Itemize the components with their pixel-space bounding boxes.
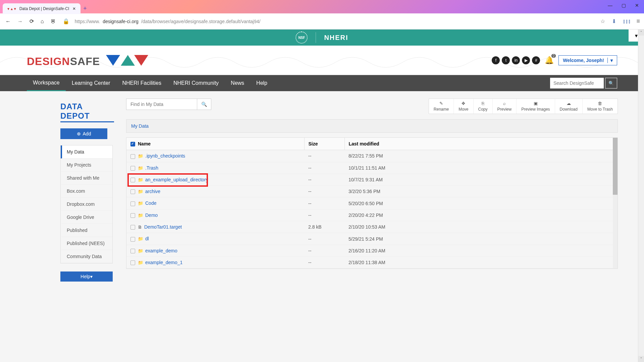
file-name-link[interactable]: archive [145,189,160,194]
help-button[interactable]: Help▾ [60,272,113,282]
plus-icon: ⊕ [77,131,81,136]
add-button[interactable]: ⊕Add [60,128,107,139]
col-name[interactable]: Name [126,138,304,150]
row-checkbox[interactable] [130,178,135,182]
chevron-down-icon: ▾ [607,58,613,63]
nav-workspace[interactable]: Workspace [27,75,66,91]
sidebar-item-published-nees[interactable]: Published (NEES) [61,237,112,250]
file-name-link[interactable]: DemoTar01.target [144,224,182,230]
linkedin-icon[interactable]: in [512,56,520,64]
find-button[interactable]: 🔍 [197,99,211,110]
row-checkbox[interactable] [130,189,135,194]
maximize-icon[interactable]: ▢ [619,3,628,8]
close-icon[interactable]: ✕ [72,6,76,12]
page-scrollbar[interactable]: ˄ ˅ [638,29,644,362]
download-icon[interactable]: ⬇ [610,17,618,26]
hamburger-icon[interactable]: ≡ [636,18,640,25]
file-name-link[interactable]: .Trash [145,165,158,171]
action-download[interactable]: ☁Download [555,99,582,114]
row-checkbox[interactable] [130,154,135,159]
row-checkbox[interactable] [130,237,135,242]
file-modified: 5/20/20 6:50 PM [344,197,618,209]
sidebar-item-box[interactable]: Box.com [61,185,112,198]
table-row[interactable]: 🗎DemoTar01.target2.8 kB2/10/20 10:53 AM [126,221,618,233]
nav-facilities[interactable]: NHERI Facilities [116,75,167,91]
sidebar-item-gdrive[interactable]: Google Drive [61,211,112,224]
download-icon: ☁ [567,101,571,106]
file-name-link[interactable]: .ipynb_checkpoints [145,153,185,159]
bell-icon[interactable]: 🔔0 [545,56,554,65]
sidebar-item-dropbox[interactable]: Dropbox.com [61,198,112,211]
minimize-icon[interactable]: — [606,3,614,8]
browser-tab[interactable]: ▼▲▼ Data Depot | DesignSafe-CI ✕ [3,3,80,14]
action-move-to-trash[interactable]: 🗑Move to Trash [582,99,618,114]
home-icon[interactable]: ⌂ [39,17,45,26]
table-row[interactable]: 📁Demo--2/20/20 4:22 PM [126,209,618,221]
find-input[interactable] [126,99,197,110]
sidebar-item-shared[interactable]: Shared with Me [61,172,112,185]
sidebar-item-mydata[interactable]: My Data [61,145,112,159]
table-row[interactable]: 📁.Trash--10/1/21 11:51 AM [126,162,618,174]
action-copy[interactable]: ⎘Copy [473,99,492,114]
facebook-icon[interactable]: f [492,56,500,64]
slack-icon[interactable]: # [532,56,540,64]
select-all-checkbox[interactable] [130,142,135,146]
breadcrumb-link[interactable]: My Data [131,123,149,129]
table-row[interactable]: 📁Code--5/20/20 6:50 PM [126,197,618,209]
forward-icon[interactable]: → [16,17,24,26]
table-scrollbar[interactable] [613,138,618,268]
sidebar-item-published[interactable]: Published [61,224,112,237]
action-label: Preview [497,107,512,112]
action-preview-images[interactable]: ▣Preview Images [516,99,554,114]
table-row[interactable]: 📁an_example_upload_directory--10/7/21 9:… [126,174,618,185]
table-row[interactable]: 📁dl--5/29/21 5:24 PM [126,233,618,245]
close-window-icon[interactable]: ✕ [633,3,641,8]
nav-community[interactable]: NHERI Community [167,75,225,91]
file-name-link[interactable]: dl [145,236,149,241]
back-icon[interactable]: ← [4,17,12,26]
table-row[interactable]: 📁.ipynb_checkpoints--8/22/21 7:55 PM [126,150,618,162]
action-rename[interactable]: ✎Rename [429,99,453,114]
sidebar-item-myprojects[interactable]: My Projects [61,159,112,172]
row-checkbox[interactable] [130,213,135,218]
action-preview[interactable]: ⌕Preview [492,99,517,114]
star-icon[interactable]: ☆ [599,17,606,26]
lock-icon[interactable]: 🔒 [61,17,71,26]
row-checkbox[interactable] [130,166,135,171]
search-input[interactable] [550,78,604,88]
welcome-user-button[interactable]: Welcome, Joseph! ▾ [558,55,617,65]
row-checkbox[interactable] [130,225,135,230]
row-checkbox[interactable] [130,260,135,265]
file-name-link[interactable]: an_example_upload_directory [145,177,208,182]
scroll-down-icon[interactable]: ˅ [638,356,644,362]
twitter-icon[interactable]: t [502,56,510,64]
row-checkbox[interactable] [130,201,135,206]
file-name-link[interactable]: Demo [145,213,158,218]
row-checkbox[interactable] [130,249,135,253]
reload-icon[interactable]: ⟳ [28,17,35,26]
file-name-link[interactable]: Code [145,200,156,206]
scroll-up-icon[interactable]: ˄ [638,29,644,36]
shield-icon[interactable]: ⛨ [49,17,57,26]
sidebar-item-community[interactable]: Community Data [61,250,112,263]
search-button[interactable]: 🔍 [605,78,617,88]
new-tab-button[interactable]: + [83,5,87,12]
file-name-link[interactable]: example_demo [145,248,177,253]
library-icon[interactable]: ⫿⫿⫿ [622,17,632,26]
col-modified[interactable]: Last modified [344,138,618,150]
scroll-thumb[interactable] [613,138,618,195]
designsafe-logo[interactable]: DESIGNSAFE [27,53,149,68]
nav-help[interactable]: Help [250,75,273,91]
nav-news[interactable]: News [225,75,250,91]
table-row[interactable]: 📁example_demo_1--2/18/20 11:38 AM [126,256,618,268]
nav-learning[interactable]: Learning Center [66,75,116,91]
file-size: 2.8 kB [304,221,344,233]
table-row[interactable]: 📁archive--3/2/20 5:36 PM [126,186,618,197]
file-modified: 2/16/20 11:20 AM [344,245,618,256]
col-size[interactable]: Size [304,138,344,150]
table-row[interactable]: 📁example_demo--2/16/20 11:20 AM [126,245,618,256]
address-bar[interactable]: https://www.designsafe-ci.org/data/brows… [75,19,595,24]
youtube-icon[interactable]: ▶ [522,56,530,64]
action-move[interactable]: ✥Move [453,99,473,114]
file-name-link[interactable]: example_demo_1 [145,260,182,265]
